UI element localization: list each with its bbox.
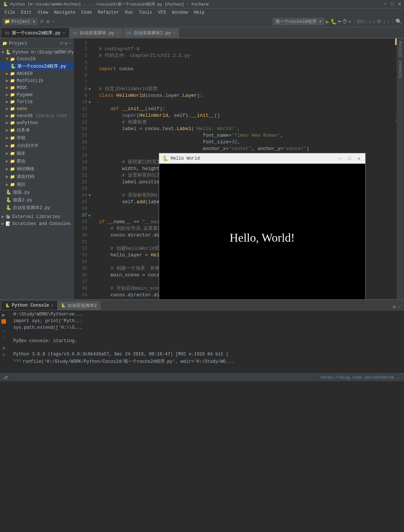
- minimize-button[interactable]: —: [384, 1, 387, 7]
- sidebar-item-tasks[interactable]: ▶ 📁 任务单: [0, 126, 74, 134]
- debug-button[interactable]: 🐛: [331, 18, 337, 25]
- search-button[interactable]: 🔍: [396, 18, 402, 25]
- sidebar-item-hacker[interactable]: ▶ 📁 HACKER: [0, 70, 74, 77]
- console-down-icon[interactable]: ↓: [2, 335, 5, 340]
- bottom-settings-icon[interactable]: ⚙: [393, 304, 396, 310]
- tab-install-script2[interactable]: py 自动安装脚本2.py ✕: [123, 28, 179, 38]
- sidebar-item-venv[interactable]: ▶ 📁 venv: [0, 105, 74, 112]
- sidebar-label-final: 期末: [17, 150, 25, 157]
- statusbar-url[interactable]: https://blog.csdn.net/wf359718...: [321, 375, 401, 380]
- sidebar-item-wxpython[interactable]: ▶ 📁 wxPython: [0, 119, 74, 126]
- sidebar-item-venv36[interactable]: ▶ 📁 venv36 library root: [0, 112, 74, 119]
- menu-window[interactable]: Window: [169, 9, 191, 16]
- hello-world-window[interactable]: 🐍 Hello World — □ ✕ Hello, World!: [159, 153, 366, 299]
- bottom-tab-python-console[interactable]: 🐍 Python Console ✕: [1, 301, 57, 310]
- sidebar-item-mooc[interactable]: ▶ 📁 MOOC: [0, 84, 74, 91]
- sidebar-item-external-libs[interactable]: ▶ 📚 External Libraries: [0, 213, 74, 220]
- python-console-close[interactable]: ✕: [51, 303, 54, 308]
- console-stop-icon[interactable]: [1, 319, 6, 324]
- profile-button[interactable]: ⏱: [342, 19, 347, 25]
- menu-navigate[interactable]: Navigate: [51, 9, 78, 16]
- sidebar-item-pygame[interactable]: ▶ 📁 Pygame: [0, 91, 74, 98]
- menu-code[interactable]: Code: [78, 9, 95, 16]
- sidebar-item-quiz1[interactable]: 🐍 做题.py: [0, 188, 74, 196]
- git-down[interactable]: ↓: [387, 19, 390, 25]
- hello-close-button[interactable]: ✕: [356, 155, 362, 162]
- menu-help[interactable]: Help: [191, 9, 208, 16]
- console-line-version: Python 3.6.8 (tags/v3.6.8:3c6b436a57, De…: [13, 352, 229, 357]
- sidebar-item-matplotlib[interactable]: ▶ 📁 MatPlotLib: [0, 77, 74, 84]
- sidebar-label-ext-libs: External Libraries: [12, 214, 60, 219]
- git-check[interactable]: ✓: [369, 18, 372, 25]
- git-check2[interactable]: ✓: [373, 18, 376, 25]
- folder-icon-mooc: 📁: [10, 85, 15, 90]
- console-up-icon[interactable]: ↑: [2, 329, 5, 334]
- menu-file[interactable]: File: [1, 9, 18, 16]
- coverage-button[interactable]: ☂: [338, 18, 341, 25]
- tab-main-close[interactable]: ✕: [63, 31, 65, 35]
- menu-view[interactable]: View: [35, 9, 51, 16]
- console-left-icons: ▶ ↑ ↓ ⚙ +: [1, 312, 6, 358]
- sidebar-item-beginner[interactable]: ▶ 📁 小白到大牛: [0, 142, 74, 150]
- titlebar-controls[interactable]: — □ ✕: [384, 1, 401, 7]
- bottom-content: ▶ ↑ ↓ ⚙ + H:\Study\WORK\Python\ve... imp…: [0, 310, 404, 373]
- tab-install-script[interactable]: py 自动安装脚本.py ✕: [69, 28, 123, 38]
- sidebar-item-quiz2[interactable]: 🐍 做题2.py: [0, 196, 74, 204]
- sidebar-item-autoinstall[interactable]: 🐍 自动安装脚本2.py: [0, 204, 74, 212]
- project-dropdown[interactable]: 📁 Project ▾: [2, 18, 38, 25]
- hello-world-titlebar: 🐍 Hello World — □ ✕: [159, 153, 365, 164]
- console-run-icon[interactable]: ▶: [2, 312, 5, 318]
- hello-world-content: Hello, World!: [159, 164, 365, 299]
- hello-maximize-button[interactable]: □: [346, 155, 353, 162]
- sidebar-settings-icon[interactable]: ⚙: [65, 41, 68, 46]
- sidebar-item-project[interactable]: ▶ 📁 项目: [0, 181, 74, 188]
- console-settings-icon[interactable]: ⚙: [2, 345, 5, 351]
- tab-main-file[interactable]: py 第一个cocos2d程序.py ✕: [1, 28, 69, 38]
- close-button[interactable]: ✕: [398, 1, 401, 7]
- bottom-tab-autoinstall2[interactable]: 🐍 自动安装脚本2: [57, 301, 100, 310]
- sidebar-hide-icon[interactable]: −: [69, 41, 72, 46]
- toolbar-sync[interactable]: ⟳: [40, 18, 44, 25]
- sidebar-sync-icon[interactable]: ⟳: [60, 41, 64, 46]
- sidebar-item-python-root[interactable]: ▼ 🐍 Python H:\Study\WORK\Pytho...: [0, 49, 74, 56]
- run-button[interactable]: ▶: [326, 18, 329, 25]
- menu-refactor[interactable]: Refactor: [95, 9, 122, 16]
- sidebar-item-cocos2d[interactable]: ▼ 📁 Cocos2d: [0, 56, 74, 62]
- sidebar-item-turtle[interactable]: ▶ 📁 Turtle: [0, 98, 74, 105]
- git-refresh[interactable]: ⟳: [377, 18, 381, 25]
- sidebar-item-precode[interactable]: ▶ 📁 课前代码: [0, 173, 74, 181]
- console-add-icon[interactable]: +: [2, 352, 5, 358]
- maximize-button[interactable]: □: [391, 1, 394, 7]
- menu-run[interactable]: Run: [122, 9, 136, 16]
- sidebar-item-school[interactable]: ▶ 📁 学校: [0, 134, 74, 142]
- expand-icon-ext: ▶: [1, 214, 4, 219]
- sidebar-item-final[interactable]: ▶ 📁 期末: [0, 150, 74, 157]
- run-config-dropdown[interactable]: 第一个cocos2d程序 ▾: [273, 18, 325, 25]
- sciview-tab[interactable]: SciView: [398, 40, 403, 58]
- bottom-hide-icon[interactable]: −: [398, 304, 401, 310]
- toolbar: 📁 Project ▾ ⟳ ⚙ − 第一个cocos2d程序 ▾ ▶ 🐛 ☂ ⏱…: [0, 16, 404, 27]
- menu-edit[interactable]: Edit: [18, 9, 35, 16]
- expand-icon: ▶: [6, 78, 8, 83]
- database-tab[interactable]: Database: [398, 59, 403, 80]
- expand-icon: ▶: [6, 127, 8, 133]
- hello-minimize-button[interactable]: —: [336, 155, 343, 162]
- sidebar-label-school: 学校: [17, 135, 25, 141]
- sidebar-item-main-py[interactable]: 🐍 第一个cocos2d程序.py: [0, 62, 74, 70]
- toolbar-settings[interactable]: ⚙: [47, 18, 49, 25]
- menu-vcs[interactable]: VCS: [155, 9, 169, 16]
- toolbar-hide[interactable]: −: [52, 19, 55, 25]
- tab-install-close2[interactable]: ✕: [173, 31, 175, 35]
- tab-install-close[interactable]: ✕: [117, 31, 119, 35]
- menu-tools[interactable]: Tools: [136, 9, 155, 16]
- sidebar-item-scratches[interactable]: ▶ 📝 Scratches and Consoles: [0, 220, 74, 227]
- py-file-icon3: 🐍: [6, 197, 11, 203]
- sidebar-item-nn[interactable]: ▶ 📁 神经网络: [0, 165, 74, 173]
- python-console-icon: 🐍: [5, 303, 10, 308]
- sidebar-label-pygame: Pygame: [17, 92, 32, 98]
- sidebar-label-project: 项目: [17, 181, 25, 188]
- sidebar-item-crawler[interactable]: ▶ 📁 爬虫: [0, 157, 74, 165]
- git-up[interactable]: ↑: [383, 19, 386, 25]
- expand-icon: ▶: [6, 71, 8, 76]
- concurrency-button[interactable]: ⚡: [348, 18, 351, 25]
